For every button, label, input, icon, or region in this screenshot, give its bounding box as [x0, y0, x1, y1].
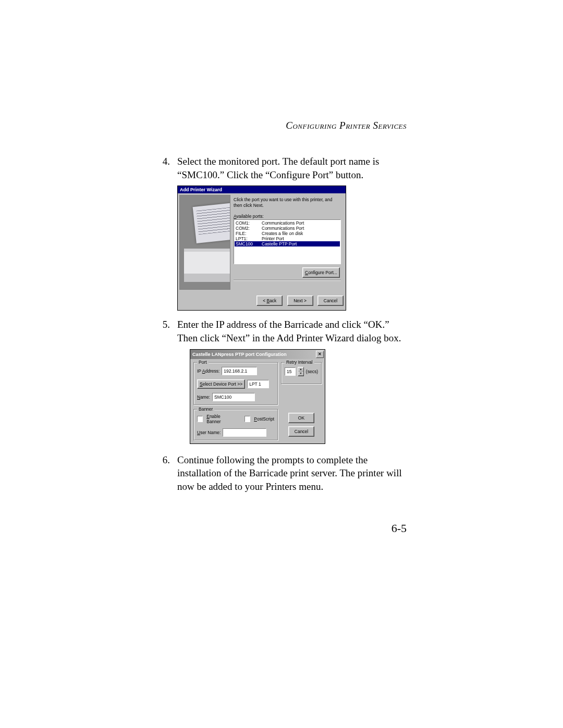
- ip-address-label: IP Address:: [197, 368, 219, 374]
- step-number: 4.: [161, 155, 170, 181]
- user-name-input[interactable]: [223, 428, 266, 437]
- window-titlebar: Castelle LANpress PTP port Configuration…: [190, 350, 325, 359]
- port-row: COM2:Communications Port: [235, 226, 340, 231]
- ports-listbox[interactable]: COM1:Communications Port COM2:Communicat…: [234, 219, 341, 264]
- retry-group-label: Retry Interval: [285, 360, 314, 365]
- wizard-art-printer-image: [179, 195, 230, 290]
- name-label: Name:: [197, 394, 210, 400]
- step-number: 6.: [161, 453, 170, 493]
- step-6: 6. Continue following the prompts to com…: [161, 453, 407, 493]
- next-button[interactable]: Next >: [287, 295, 313, 306]
- step-text: Enter the IP address of the Barricade an…: [177, 318, 407, 344]
- retry-interval-groupbox: Retry Interval 15 ▲▼ (secs): [281, 362, 322, 384]
- wizard-prompt: Click the port you want to use with this…: [234, 197, 341, 208]
- step-5: 5. Enter the IP address of the Barricade…: [161, 318, 407, 344]
- retry-unit-label: (secs): [306, 369, 318, 374]
- cancel-button[interactable]: Cancel: [317, 295, 344, 306]
- port-row: FILE:Creates a file on disk: [235, 231, 340, 236]
- device-port-display: LPT 1: [247, 380, 269, 388]
- cancel-button[interactable]: Cancel: [288, 426, 314, 437]
- enable-banner-checkbox[interactable]: [197, 416, 203, 422]
- banner-groupbox: Banner Enable Banner PostScript User Nam…: [193, 409, 278, 440]
- name-input[interactable]: SMC100: [212, 393, 255, 401]
- retry-value-input[interactable]: 15: [285, 367, 296, 376]
- configure-port-button[interactable]: Configure Port...: [302, 267, 340, 278]
- postscript-label: PostScript: [254, 416, 274, 422]
- port-groupbox: Port IP Address: 192.168.2.1 Select Devi…: [193, 362, 278, 405]
- user-name-label: User Name:: [197, 430, 221, 435]
- step-4: 4. Select the monitored port. The defaul…: [161, 155, 407, 181]
- window-titlebar: Add Printer Wizard: [178, 186, 346, 193]
- back-button[interactable]: < Back: [256, 295, 283, 306]
- step-text: Select the monitored port. The default p…: [177, 155, 407, 181]
- postscript-checkbox[interactable]: [244, 416, 250, 422]
- step-text: Continue following the prompts to comple…: [177, 453, 407, 493]
- enable-banner-label: Enable Banner: [206, 414, 234, 424]
- window-title: Castelle LANpress PTP port Configuration: [192, 352, 287, 357]
- running-head-text: Configuring Printer Services: [286, 120, 407, 131]
- port-configuration-screenshot: Castelle LANpress PTP port Configuration…: [190, 349, 325, 444]
- step-number: 5.: [161, 318, 170, 344]
- port-row-selected: SMC100Castelle PTP Port: [235, 241, 340, 246]
- available-ports-label: Available ports:: [234, 214, 341, 219]
- add-printer-wizard-screenshot: Add Printer Wizard Click the port you wa…: [177, 186, 346, 311]
- page-number: 6-5: [391, 522, 407, 535]
- close-icon[interactable]: ✕: [316, 351, 324, 358]
- window-title: Add Printer Wizard: [180, 187, 222, 192]
- banner-group-label: Banner: [197, 406, 214, 412]
- port-row: LPT1:Printer Port: [235, 236, 340, 241]
- ip-address-input[interactable]: 192.168.2.1: [222, 367, 257, 375]
- port-group-label: Port: [197, 360, 209, 365]
- port-row: COM1:Communications Port: [235, 220, 340, 226]
- running-head: Configuring Printer Services: [161, 120, 407, 131]
- select-device-port-button[interactable]: Select Device Port >>: [197, 379, 245, 389]
- ok-button[interactable]: OK: [288, 413, 314, 423]
- retry-spinner[interactable]: ▲▼: [298, 367, 304, 376]
